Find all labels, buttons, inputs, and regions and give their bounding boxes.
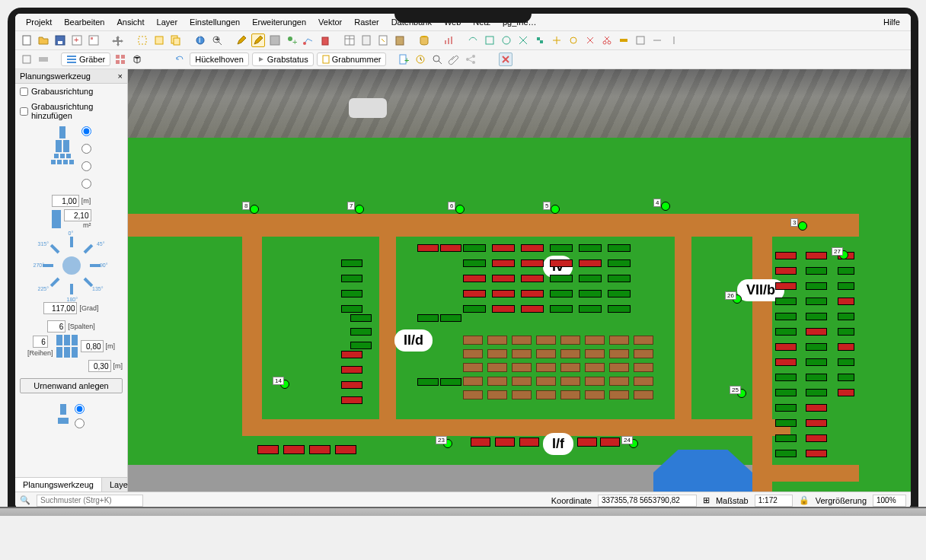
share-icon[interactable] xyxy=(464,52,477,66)
attr-edit-icon[interactable] xyxy=(376,33,390,47)
grave-plot[interactable] xyxy=(335,445,356,454)
grave-plot[interactable] xyxy=(536,363,556,372)
grave-plot[interactable] xyxy=(585,390,605,399)
map-marker[interactable] xyxy=(551,205,560,214)
grave-plot[interactable] xyxy=(487,336,507,345)
grave-plot[interactable] xyxy=(463,259,486,267)
deselect-icon[interactable] xyxy=(152,33,166,47)
grave-plot[interactable] xyxy=(775,404,797,412)
grabausrichtung-add-check[interactable]: Grabausrichtung hinzufügen xyxy=(20,102,123,120)
grave-plot[interactable] xyxy=(806,313,827,320)
grave-plot[interactable] xyxy=(440,314,461,322)
grave-plot[interactable] xyxy=(487,390,507,399)
grave-plot[interactable] xyxy=(634,390,653,399)
cube-icon[interactable] xyxy=(130,52,144,66)
grave-plot[interactable] xyxy=(521,275,544,282)
edit-pencil2-icon[interactable] xyxy=(251,33,265,47)
grave-plot[interactable] xyxy=(579,305,602,313)
grave-plot[interactable] xyxy=(492,290,515,298)
grave-plot[interactable] xyxy=(775,328,797,336)
grave-plot[interactable] xyxy=(492,305,515,313)
grave-plot[interactable] xyxy=(487,363,507,372)
grave-plot[interactable] xyxy=(806,252,827,259)
layout-radio-3[interactable] xyxy=(81,161,91,171)
menu-raster[interactable]: Raster xyxy=(348,15,385,29)
grave-plot[interactable] xyxy=(463,290,486,298)
grave-plot[interactable] xyxy=(609,390,629,399)
grave-plot[interactable] xyxy=(536,390,556,399)
advdig4-icon[interactable] xyxy=(667,33,681,47)
menu-bearbeiten[interactable]: Bearbeiten xyxy=(58,15,110,29)
grave-plot[interactable] xyxy=(579,290,602,298)
grave-plot[interactable] xyxy=(550,290,573,298)
grave-plot[interactable] xyxy=(341,351,362,358)
tab-planungswerkzeug[interactable]: Planungswerkzeug xyxy=(15,478,102,492)
advdig3-icon[interactable] xyxy=(650,33,664,47)
grave-plot[interactable] xyxy=(560,363,580,372)
coord-field[interactable] xyxy=(598,495,697,507)
grave-plot[interactable] xyxy=(463,377,483,386)
topo4-icon[interactable] xyxy=(516,33,530,47)
menu-einstellungen[interactable]: Einstellungen xyxy=(184,15,246,29)
grave-plot[interactable] xyxy=(550,275,573,282)
grave-plot[interactable] xyxy=(775,313,797,320)
map-marker[interactable] xyxy=(661,202,670,211)
topo6-icon[interactable] xyxy=(550,33,564,47)
grave-plot[interactable] xyxy=(806,374,827,381)
grave-plot[interactable] xyxy=(609,377,629,386)
new-project-icon[interactable] xyxy=(20,33,34,47)
grid-icon[interactable] xyxy=(113,52,127,66)
grave-plot[interactable] xyxy=(550,244,573,252)
orientation-h-radio[interactable] xyxy=(75,418,85,428)
grave-plot[interactable] xyxy=(521,259,544,267)
grave-plot[interactable] xyxy=(579,259,602,267)
new-layout-icon[interactable]: + xyxy=(70,33,84,47)
layout-manager-icon[interactable] xyxy=(87,33,101,47)
search-input[interactable] xyxy=(37,495,143,507)
attr-table-icon[interactable] xyxy=(343,33,356,47)
grave-plot[interactable] xyxy=(838,389,854,396)
grave-plot[interactable] xyxy=(487,349,507,358)
grave-plot[interactable] xyxy=(634,336,653,345)
paste-icon[interactable] xyxy=(393,33,407,47)
menu-ansicht[interactable]: Ansicht xyxy=(110,15,150,29)
grave-plot[interactable] xyxy=(608,290,631,298)
grave-plot[interactable] xyxy=(838,298,854,305)
search-icon[interactable] xyxy=(430,52,444,66)
advdig2-icon[interactable] xyxy=(634,33,647,47)
cols-input[interactable] xyxy=(47,320,65,332)
grave-plot[interactable] xyxy=(492,259,515,267)
grave-plot[interactable] xyxy=(512,336,532,345)
menu-projekt[interactable]: Projekt xyxy=(20,15,58,29)
vertex-tool-icon[interactable] xyxy=(302,33,315,47)
grave-plot[interactable] xyxy=(550,259,573,267)
grave-plot[interactable] xyxy=(609,363,629,372)
close-tool-icon[interactable] xyxy=(499,52,512,66)
grave-plot[interactable] xyxy=(536,336,556,345)
grave-plot[interactable] xyxy=(585,336,605,345)
grave-plot[interactable] xyxy=(417,314,439,322)
height-input[interactable] xyxy=(64,209,91,221)
topo7-icon[interactable] xyxy=(567,33,580,47)
grave-plot[interactable] xyxy=(341,381,362,389)
open-icon[interactable] xyxy=(37,33,50,47)
grave-plot[interactable] xyxy=(463,244,486,252)
orientation-v-radio[interactable] xyxy=(75,404,85,414)
grave-plot[interactable] xyxy=(579,275,602,282)
grave-plot[interactable] xyxy=(585,377,605,386)
zoom-field[interactable] xyxy=(873,495,906,507)
grave-plot[interactable] xyxy=(806,282,827,290)
grave-plot[interactable] xyxy=(463,349,483,358)
grave-plot[interactable] xyxy=(512,390,532,399)
grave-plot[interactable] xyxy=(775,389,797,396)
map-marker[interactable] xyxy=(355,205,364,214)
grave-plot[interactable] xyxy=(806,404,827,412)
grave-plot[interactable] xyxy=(521,305,544,313)
stats-icon[interactable] xyxy=(442,33,455,47)
grave-plot[interactable] xyxy=(775,434,797,442)
save-icon[interactable] xyxy=(53,33,67,47)
db-icon[interactable] xyxy=(417,33,431,47)
grave-plot[interactable] xyxy=(775,374,797,381)
grave-plot[interactable] xyxy=(550,305,573,313)
grave-plot[interactable] xyxy=(350,314,372,322)
